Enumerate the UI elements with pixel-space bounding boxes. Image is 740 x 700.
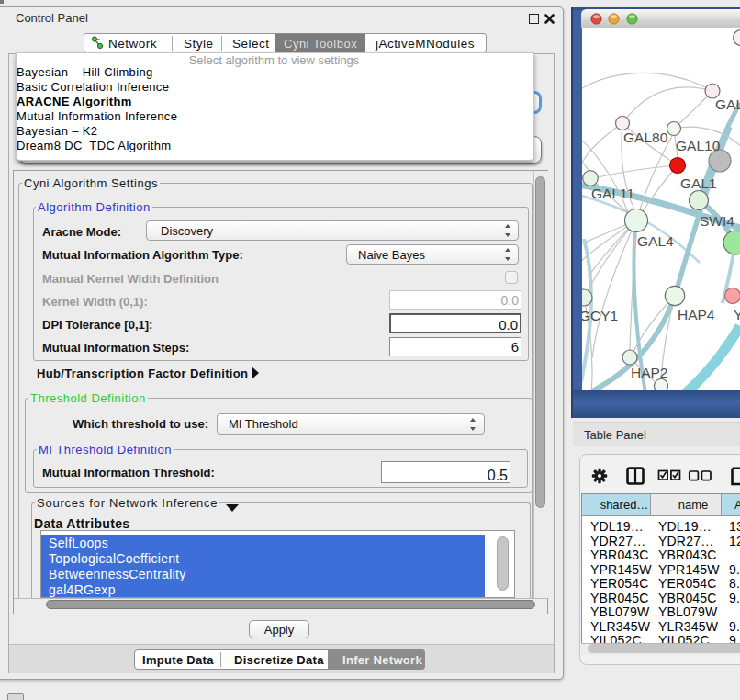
svg-text:HAP4: HAP4	[678, 307, 715, 322]
svg-text:GCY1: GCY1	[579, 308, 618, 323]
svg-text:HAP2: HAP2	[631, 365, 668, 380]
svg-text:GAL10: GAL10	[676, 138, 721, 153]
svg-text:GAL1: GAL1	[680, 175, 717, 191]
svg-text:GAL80: GAL80	[623, 130, 668, 145]
svg-text:SWI4: SWI4	[700, 213, 734, 229]
svg-text:GAL4: GAL4	[637, 233, 674, 249]
svg-text:GAL11: GAL11	[591, 186, 634, 201]
svg-text:YJ: YJ	[734, 307, 740, 322]
svg-text:GAL80: GAL80	[715, 96, 740, 112]
